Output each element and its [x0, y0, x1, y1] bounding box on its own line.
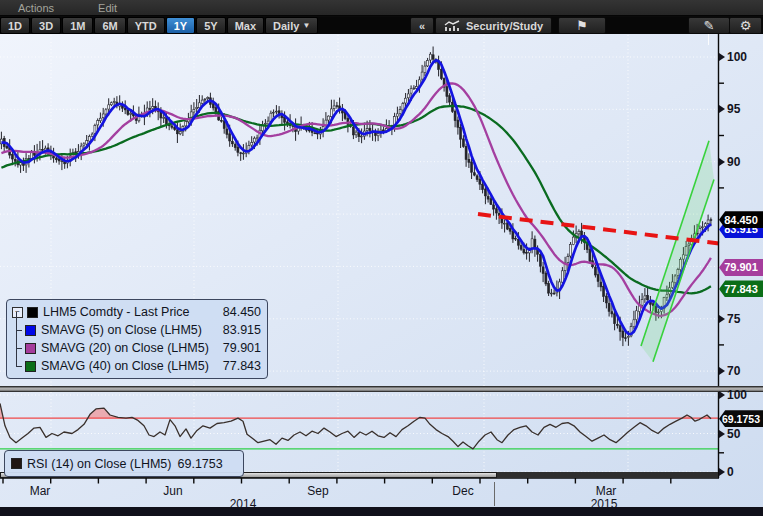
- bottom-strip: [0, 507, 763, 516]
- smavg40-swatch-icon: [25, 361, 36, 372]
- price-tag: 84.450: [719, 211, 763, 228]
- price-axis-label: 95: [719, 102, 740, 116]
- price-axis-label: 75: [719, 312, 740, 326]
- axis-tick-arrow-icon: [719, 468, 725, 476]
- rsi-swatch-icon: [11, 458, 22, 469]
- chart-window: Actions Edit 1D 3D 1M 6M YTD 1Y 5Y Max D…: [0, 0, 763, 516]
- price-axis-label: 70: [719, 364, 740, 378]
- month-label: Jun: [163, 484, 182, 498]
- legend-label: SMAVG (5) on Close (LHM5): [41, 323, 202, 337]
- rsi-legend-value: 69.1753: [178, 457, 223, 471]
- tree-connector: [11, 357, 25, 375]
- month-label: Mar: [30, 484, 51, 498]
- axis-tick-arrow-icon: [719, 391, 725, 399]
- trend-channel: [641, 141, 714, 362]
- cursor-tick: [708, 34, 709, 45]
- price-tag: 77.843: [719, 280, 763, 297]
- rsi-legend-box: RSI (14) on Close (LHM5) 69.1753: [4, 450, 244, 477]
- legend-value: 83.915: [223, 323, 261, 337]
- year-divider: [494, 482, 495, 506]
- legend-label: SMAVG (20) on Close (LHM5): [41, 341, 209, 355]
- legend-label: LHM5 Comdty - Last Price: [43, 305, 190, 319]
- month-label: Dec: [452, 484, 473, 498]
- axis-tick-arrow-icon: [719, 158, 725, 166]
- axis-tick-arrow-icon: [719, 53, 725, 61]
- smavg20-swatch-icon: [25, 343, 36, 354]
- legend-row-last-price[interactable]: − LHM5 Comdty - Last Price 84.450: [11, 303, 261, 321]
- smavg5-swatch-icon: [25, 325, 36, 336]
- axis-tick-arrow-icon: [719, 430, 725, 438]
- rsi-axis-label: 100: [719, 388, 747, 402]
- legend-row-smavg40[interactable]: SMAVG (40) on Close (LHM5) 77.843: [11, 357, 261, 375]
- legend-value: 77.843: [223, 359, 261, 373]
- rsi-value-tag: 69.1753: [719, 410, 763, 427]
- price-tag: 79.901: [719, 259, 763, 276]
- axis-tick-arrow-icon: [719, 367, 725, 375]
- legend-value: 79.901: [223, 341, 261, 355]
- axis-tick-arrow-icon: [719, 105, 725, 113]
- month-label: Mar: [596, 484, 617, 498]
- month-label: Sep: [307, 484, 328, 498]
- rsi-axis-label: 50: [719, 427, 740, 441]
- legend-row-smavg5[interactable]: SMAVG (5) on Close (LHM5) 83.915: [11, 321, 261, 339]
- price-legend-box: − LHM5 Comdty - Last Price 84.450 SMAVG …: [6, 299, 268, 379]
- tree-connector: [11, 321, 25, 339]
- last-price-swatch-icon: [27, 307, 38, 318]
- legend-row-smavg20[interactable]: SMAVG (20) on Close (LHM5) 79.901: [11, 339, 261, 357]
- price-axis-label: 100: [719, 50, 747, 64]
- rsi-axis-label: 0: [719, 465, 734, 479]
- rsi-legend-label: RSI (14) on Close (LHM5): [27, 457, 172, 471]
- collapse-tree-icon[interactable]: −: [12, 307, 23, 318]
- rsi-line: [0, 404, 711, 449]
- axis-tick-arrow-icon: [719, 315, 725, 323]
- legend-value: 84.450: [223, 305, 261, 319]
- panel-divider-handle[interactable]: [0, 386, 763, 392]
- tree-connector: [11, 339, 25, 357]
- rsi-legend-row[interactable]: RSI (14) on Close (LHM5) 69.1753: [11, 454, 237, 473]
- legend-label: SMAVG (40) on Close (LHM5): [41, 359, 209, 373]
- price-axis-label: 90: [719, 155, 740, 169]
- rsi-panel: [0, 404, 718, 449]
